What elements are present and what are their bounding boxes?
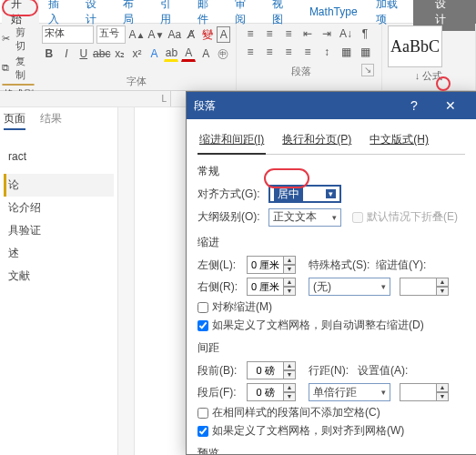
phonetic-icon[interactable]: 變	[201, 26, 215, 43]
style-preview[interactable]: AaBbC	[388, 25, 442, 67]
italic-icon[interactable]: I	[59, 46, 74, 62]
spin-down-icon[interactable]: ▼	[436, 287, 449, 296]
right-indent-spinner[interactable]: ▲▼	[247, 278, 296, 296]
spin-up-icon[interactable]: ▲	[283, 383, 296, 392]
sort-icon[interactable]: A↓	[338, 25, 354, 42]
indent-inc-icon[interactable]: ⇥	[319, 25, 335, 42]
borders-icon[interactable]: ▦	[357, 44, 373, 60]
after-spinner[interactable]: ▲▼	[247, 383, 296, 401]
help-icon[interactable]: ?	[396, 98, 432, 113]
subscript-icon[interactable]: x₂	[113, 46, 127, 62]
dialog-titlebar[interactable]: 段落 ? ✕	[187, 92, 476, 119]
list-item[interactable]: ract	[4, 147, 114, 167]
auto-indent-grid-checkbox[interactable]: 如果定义了文档网格，则自动调整右缩进(D)	[197, 318, 465, 333]
spin-up-icon[interactable]: ▲	[436, 383, 449, 392]
left-indent-spinner[interactable]: ▲▼	[247, 256, 296, 274]
special-label: 特殊格式(S):	[309, 258, 372, 273]
copy-button[interactable]: ⧉ 复制	[2, 55, 35, 82]
spin-up-icon[interactable]: ▲	[283, 256, 296, 265]
align-label: 对齐方式(G):	[197, 187, 265, 202]
style-name-label: 公式	[422, 70, 442, 81]
spin-down-icon[interactable]: ▼	[283, 287, 296, 296]
section-indent: 缩进	[197, 235, 465, 250]
strike-icon[interactable]: abc	[94, 46, 110, 62]
vertical-ruler[interactable]	[118, 107, 135, 455]
set-value-spinner[interactable]: ▲▼	[400, 383, 449, 401]
spin-up-icon[interactable]: ▲	[283, 278, 296, 287]
spin-up-icon[interactable]: ▲	[283, 361, 296, 370]
tab-mathtype[interactable]: MathType	[300, 2, 367, 22]
section-spacing: 间距	[197, 340, 465, 356]
ruler-corner: L	[0, 91, 171, 106]
nav-tab-page[interactable]: 页面	[4, 111, 25, 130]
multilevel-icon[interactable]: ≡	[280, 25, 297, 42]
nav-pane: 页面 结果 ract 论 论介绍 具验证 述 文献	[0, 107, 118, 455]
no-space-same-style-checkbox[interactable]: 在相同样式的段落间不添加空格(C)	[197, 405, 465, 420]
collapse-checkbox[interactable]: 默认情况下折叠(E)	[352, 209, 458, 225]
list-item[interactable]: 论	[4, 174, 114, 197]
enclose-char-icon[interactable]: ㊥	[216, 46, 230, 62]
grow-font-icon[interactable]: A▲	[128, 26, 145, 43]
copy-label: 复制	[15, 55, 35, 82]
change-case-icon[interactable]: Aa	[167, 26, 182, 43]
indent-dec-icon[interactable]: ⇤	[299, 25, 316, 42]
numbering-icon[interactable]: ≡	[261, 25, 278, 42]
dlg-tab-page[interactable]: 换行和分页(P)	[280, 128, 353, 154]
spin-down-icon[interactable]: ▼	[283, 370, 296, 379]
align-left-icon[interactable]: ≡	[242, 44, 258, 60]
highlight-icon[interactable]: ab	[164, 46, 178, 62]
char-shading-icon[interactable]: A	[198, 46, 213, 62]
spin-down-icon[interactable]: ▼	[283, 392, 296, 401]
outline-label: 大纲级别(O):	[197, 209, 265, 225]
dlg-tab-cn[interactable]: 中文版式(H)	[368, 128, 430, 154]
paragraph-launcher-icon[interactable]: ↘	[361, 64, 374, 76]
list-item[interactable]: 文献	[4, 265, 114, 288]
nav-tab-result[interactable]: 结果	[40, 111, 62, 130]
font-color-icon[interactable]: A	[181, 46, 196, 62]
cut-button[interactable]: ✂ 剪切	[2, 25, 35, 53]
spin-down-icon[interactable]: ▼	[283, 265, 296, 274]
section-general: 常规	[197, 164, 465, 179]
list-item[interactable]	[4, 139, 114, 147]
bullets-icon[interactable]: ≡	[242, 25, 258, 42]
bold-icon[interactable]: B	[42, 46, 56, 62]
format-painter-icon[interactable]	[2, 84, 35, 86]
underline-icon[interactable]: U	[76, 46, 91, 62]
show-marks-icon[interactable]: ¶	[357, 25, 373, 42]
align-center-icon[interactable]: ≡	[261, 44, 278, 60]
chevron-down-icon: ▾	[381, 388, 386, 397]
snap-grid-checkbox[interactable]: 如果定义了文档网格，则对齐到网格(W)	[197, 423, 465, 439]
shading-icon[interactable]: ▦	[338, 44, 354, 60]
spin-up-icon[interactable]: ▲	[436, 278, 449, 287]
cut-label: 剪切	[15, 25, 35, 53]
special-select[interactable]: (无)▾	[309, 278, 390, 296]
superscript-icon[interactable]: x²	[130, 46, 145, 62]
after-label: 段后(F):	[197, 385, 243, 400]
list-item[interactable]: 论介绍	[4, 197, 114, 219]
align-select[interactable]: 居中▾	[268, 185, 341, 203]
align-right-icon[interactable]: ≡	[280, 44, 297, 60]
symmetric-indent-checkbox[interactable]: 对称缩进(M)	[197, 299, 465, 315]
list-item[interactable]: 述	[4, 242, 114, 265]
paragraph-group-label: 段落	[242, 65, 360, 78]
outline-select[interactable]: 正文文本▾	[268, 208, 341, 227]
indent-val-spinner[interactable]: ▲▼	[400, 278, 449, 296]
line-spacing-icon[interactable]: ↕	[319, 44, 335, 60]
font-size-select[interactable]: 五号	[96, 25, 127, 44]
list-item[interactable]: 具验证	[4, 219, 114, 242]
before-spinner[interactable]: ▲▼	[247, 361, 296, 379]
text-effects-icon[interactable]: A	[147, 46, 162, 62]
char-border-icon[interactable]: A	[217, 26, 230, 43]
left-indent-label: 左侧(L):	[197, 258, 243, 273]
spin-down-icon[interactable]: ▼	[436, 392, 449, 401]
line-label: 行距(N):	[309, 363, 354, 379]
shrink-font-icon[interactable]: A▼	[147, 26, 164, 43]
align-justify-icon[interactable]: ≡	[299, 44, 316, 60]
list-item[interactable]	[4, 167, 114, 174]
font-family-select[interactable]: 宋体	[42, 25, 94, 44]
line-spacing-select[interactable]: 单倍行距▾	[309, 383, 390, 401]
dlg-tab-indent[interactable]: 缩进和间距(I)	[197, 128, 266, 155]
clear-format-icon[interactable]: A̸	[185, 26, 198, 43]
list-item[interactable]	[4, 288, 114, 295]
close-icon[interactable]: ✕	[432, 98, 469, 113]
